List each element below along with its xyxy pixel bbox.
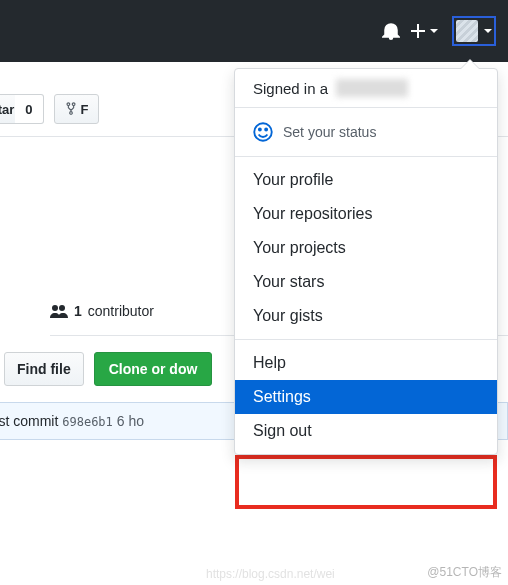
watermark-faint: https://blog.csdn.net/wei xyxy=(206,567,335,581)
svg-point-0 xyxy=(52,305,58,311)
svg-point-1 xyxy=(59,305,65,311)
menu-your-gists[interactable]: Your gists xyxy=(235,299,497,333)
plus-icon xyxy=(410,23,426,39)
svg-point-4 xyxy=(265,129,267,131)
highlight-annotation xyxy=(235,455,497,509)
menu-your-profile[interactable]: Your profile xyxy=(235,163,497,197)
svg-point-3 xyxy=(259,129,261,131)
svg-point-2 xyxy=(254,123,272,141)
top-nav xyxy=(0,0,508,62)
menu-settings[interactable]: Settings xyxy=(235,380,497,414)
contributor-count: 1 xyxy=(74,303,82,319)
fork-icon xyxy=(65,102,77,116)
set-status-item[interactable]: Set your status xyxy=(235,108,497,156)
fork-button[interactable]: F xyxy=(54,94,100,124)
user-dropdown: Signed in a Set your status Your profile… xyxy=(234,68,498,455)
commit-time: 6 ho xyxy=(117,413,144,429)
user-avatar xyxy=(456,20,478,42)
find-file-button[interactable]: Find file xyxy=(4,352,84,386)
smiley-icon xyxy=(253,122,273,142)
notifications-icon[interactable] xyxy=(372,12,410,50)
people-icon xyxy=(50,304,68,318)
star-button-group: Star 0 xyxy=(0,94,44,124)
star-label: Star xyxy=(0,102,14,117)
star-count[interactable]: 0 xyxy=(15,94,43,124)
menu-your-stars[interactable]: Your stars xyxy=(235,265,497,299)
contributor-label: contributor xyxy=(88,303,154,319)
username-obscured xyxy=(336,79,408,97)
user-menu-button[interactable] xyxy=(452,16,496,46)
set-status-label: Set your status xyxy=(283,124,376,140)
commit-sha: 698e6b1 xyxy=(62,415,113,429)
watermark: @51CTO博客 xyxy=(427,564,502,581)
menu-help[interactable]: Help xyxy=(235,346,497,380)
clone-button[interactable]: Clone or dow xyxy=(94,352,213,386)
signed-in-label: Signed in a xyxy=(253,80,328,97)
chevron-down-icon xyxy=(484,29,492,33)
menu-your-repositories[interactable]: Your repositories xyxy=(235,197,497,231)
menu-signout[interactable]: Sign out xyxy=(235,414,497,448)
fork-label: F xyxy=(81,102,89,117)
menu-your-projects[interactable]: Your projects xyxy=(235,231,497,265)
chevron-down-icon xyxy=(430,29,438,33)
commit-prefix: atest commit xyxy=(0,413,58,429)
create-new-menu[interactable] xyxy=(410,23,438,39)
signed-in-header: Signed in a xyxy=(235,69,497,107)
